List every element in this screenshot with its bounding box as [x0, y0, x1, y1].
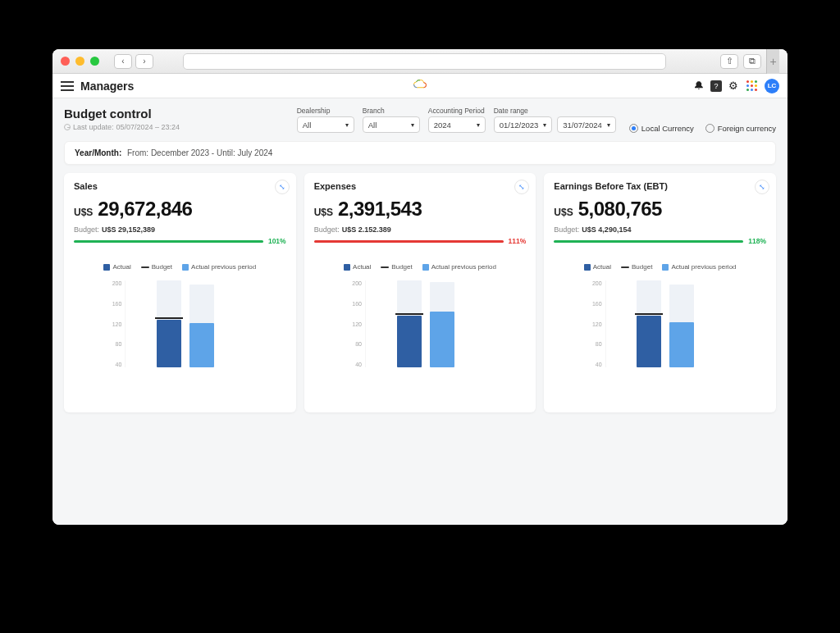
- window-titlebar: ‹ › ⇧ ⧉ +: [52, 49, 788, 74]
- currency-label: U$S: [554, 207, 573, 218]
- maximize-window-button[interactable]: [90, 57, 99, 66]
- card-title: Earnings Before Tax (EBT): [554, 181, 766, 191]
- bar-actual: [637, 280, 661, 367]
- sales-amount: 29,672,846: [98, 198, 192, 221]
- traffic-lights: [61, 57, 99, 66]
- ebt-amount: 5,080,765: [578, 198, 662, 221]
- branch-label: Branch: [363, 107, 420, 115]
- progress-bar: [74, 240, 263, 243]
- card-title: Expenses: [314, 181, 527, 191]
- daterange-label: Date range: [494, 107, 616, 115]
- forward-button[interactable]: ›: [135, 54, 153, 69]
- budget-value: U$S 2.152.389: [342, 225, 391, 234]
- period-label: Accounting Period: [428, 107, 486, 115]
- cloud-logo-icon: [413, 79, 427, 93]
- date-from-select[interactable]: 01/12/2023▾: [494, 116, 553, 133]
- pct-value: 118%: [748, 237, 766, 245]
- settings-icon[interactable]: ⚙︎: [728, 80, 738, 92]
- filters-row: Dealership All▾ Branch All▾ Accounting P…: [297, 107, 776, 133]
- date-to-select[interactable]: 31/07/2024▾: [557, 116, 616, 133]
- chevron-down-icon: ▾: [607, 121, 610, 129]
- help-icon[interactable]: ?: [710, 80, 722, 92]
- page-title: Budget control: [64, 107, 180, 121]
- menu-icon[interactable]: [61, 81, 74, 91]
- app-title: Managers: [80, 80, 134, 93]
- sales-chart: 2001601208040: [110, 280, 249, 379]
- card-title: Sales: [74, 181, 286, 191]
- expenses-chart: 2001601208040: [350, 280, 490, 379]
- bar-previous: [189, 285, 214, 367]
- progress-bar: [554, 240, 743, 243]
- dealership-select[interactable]: All▾: [297, 116, 354, 133]
- range-label: Year/Month:: [75, 148, 121, 157]
- page-content: Budget control Last update: 05/07/2024 –…: [52, 98, 788, 525]
- last-update: Last update: 05/07/2024 – 23:24: [64, 123, 180, 131]
- minimize-window-button[interactable]: [75, 57, 84, 66]
- local-currency-radio[interactable]: Local Currency: [629, 124, 694, 133]
- budget-label: Budget:: [554, 225, 579, 234]
- apps-grid-icon[interactable]: [745, 80, 758, 93]
- bar-actual: [397, 280, 422, 367]
- budget-value: U$S 29,152,389: [102, 225, 155, 234]
- nav-buttons: ‹ ›: [114, 54, 153, 69]
- new-tab-button[interactable]: +: [766, 49, 779, 74]
- url-bar[interactable]: [183, 53, 666, 70]
- user-avatar[interactable]: LC: [765, 79, 779, 93]
- back-button[interactable]: ‹: [114, 54, 132, 69]
- foreign-currency-radio[interactable]: Foreign currency: [705, 124, 776, 133]
- last-update-label: Last update:: [73, 123, 114, 131]
- dealership-label: Dealership: [297, 107, 354, 115]
- chart-legend: Actual Budget Actual previous period: [314, 263, 527, 271]
- card-sales: Sales ⤡ U$S 29,672,846 Budget:U$S 29,152…: [64, 173, 296, 412]
- currency-label: U$S: [314, 207, 333, 218]
- branch-select[interactable]: All▾: [363, 116, 420, 133]
- expand-icon[interactable]: ⤡: [514, 180, 529, 194]
- bell-icon[interactable]: 🔔︎: [693, 80, 704, 92]
- card-expenses: Expenses ⤡ U$S 2,391,543 Budget:U$S 2.15…: [304, 173, 536, 412]
- ebt-chart: 2001601208040: [591, 280, 730, 379]
- bar-previous: [430, 282, 454, 367]
- expand-icon[interactable]: ⤡: [755, 180, 769, 194]
- expand-icon[interactable]: ⤡: [275, 180, 290, 194]
- chevron-down-icon: ▾: [345, 121, 349, 129]
- browser-window: ‹ › ⇧ ⧉ + Managers 🔔︎ ? ⚙︎ LC Budget con…: [52, 49, 788, 525]
- chevron-down-icon: ▾: [411, 121, 414, 129]
- progress-bar: [314, 240, 504, 243]
- pct-value: 111%: [509, 237, 527, 245]
- chart-legend: Actual Budget Actual previous period: [554, 263, 766, 271]
- close-window-button[interactable]: [61, 57, 70, 66]
- chevron-down-icon: ▾: [477, 121, 480, 129]
- last-update-value: 05/07/2024 – 23:24: [116, 123, 180, 131]
- date-range-summary: Year/Month: From: December 2023 - Until:…: [64, 141, 776, 165]
- currency-label: U$S: [74, 207, 93, 218]
- pct-value: 101%: [268, 237, 286, 245]
- clock-icon: [64, 124, 71, 130]
- bar-previous: [669, 285, 694, 367]
- tabs-icon[interactable]: ⧉: [743, 54, 761, 69]
- chart-legend: Actual Budget Actual previous period: [74, 263, 286, 271]
- chevron-down-icon: ▾: [543, 121, 546, 129]
- bar-actual: [157, 280, 181, 367]
- card-ebt: Earnings Before Tax (EBT) ⤡ U$S 5,080,76…: [544, 173, 776, 412]
- period-select[interactable]: 2024▾: [428, 116, 486, 133]
- budget-label: Budget:: [314, 225, 340, 234]
- budget-value: U$S 4,290,154: [582, 225, 631, 234]
- range-text: From: December 2023 - Until: July 2024: [127, 148, 272, 157]
- kpi-cards: Sales ⤡ U$S 29,672,846 Budget:U$S 29,152…: [64, 173, 776, 412]
- expenses-amount: 2,391,543: [338, 198, 422, 221]
- budget-label: Budget:: [74, 225, 99, 234]
- share-icon[interactable]: ⇧: [720, 54, 738, 69]
- app-header: Managers 🔔︎ ? ⚙︎ LC: [52, 74, 788, 98]
